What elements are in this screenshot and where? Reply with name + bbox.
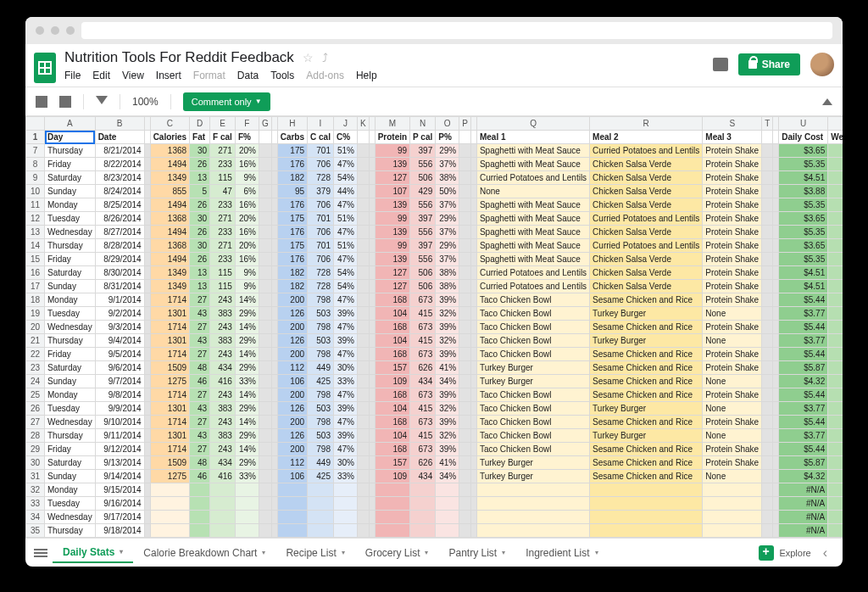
header-f-cal[interactable]: F cal xyxy=(210,131,236,144)
gap[interactable] xyxy=(357,131,369,144)
tab-calorie-breakdown-chart[interactable]: Calorie Breakdown Chart▾ xyxy=(133,541,275,565)
tab-recipe-list[interactable]: Recipe List▾ xyxy=(275,541,354,565)
col-header-J[interactable]: J xyxy=(333,117,357,131)
doc-header: Nutrition Tools For Reddit Feedback ☆ ⤴ … xyxy=(25,44,843,87)
gap[interactable] xyxy=(271,131,277,144)
menu-view[interactable]: View xyxy=(122,70,144,81)
traffic-close-icon[interactable] xyxy=(36,26,44,35)
sheet-nav-left-icon[interactable]: ‹ xyxy=(816,545,834,561)
col-header-S[interactable]: S xyxy=(703,117,762,131)
sheets-logo-icon[interactable] xyxy=(34,53,56,83)
menu-file[interactable]: File xyxy=(64,70,81,81)
col-header-F[interactable]: F xyxy=(235,117,259,131)
url-bar[interactable] xyxy=(81,22,832,39)
browser-chrome xyxy=(25,17,843,44)
comment-only-label: Comment only xyxy=(192,97,252,107)
avatar[interactable] xyxy=(810,53,834,76)
header-carbs[interactable]: Carbs xyxy=(277,131,307,144)
explore-button[interactable]: Explore xyxy=(759,545,810,561)
gap[interactable] xyxy=(369,131,375,144)
col-header-C[interactable]: C xyxy=(150,117,189,131)
col-header-K[interactable]: K xyxy=(357,117,369,131)
col-header-O[interactable]: O xyxy=(436,117,459,131)
col-header-I[interactable]: I xyxy=(308,117,334,131)
col-header-M[interactable]: M xyxy=(375,117,409,131)
menu-insert[interactable]: Insert xyxy=(156,70,181,81)
table-row: 15Friday8/29/201414942623316%17670647%13… xyxy=(26,253,843,266)
header-c%[interactable]: C% xyxy=(333,131,357,144)
col-header-N[interactable]: N xyxy=(410,117,436,131)
gap[interactable] xyxy=(470,131,476,144)
col-header-B[interactable]: B xyxy=(95,117,144,131)
header-daily-cost[interactable]: Daily Cost xyxy=(779,131,828,144)
move-icon[interactable]: ⤴ xyxy=(322,51,328,64)
traffic-min-icon[interactable] xyxy=(51,26,59,35)
traffic-max-icon[interactable] xyxy=(66,26,75,35)
header-p%[interactable]: P% xyxy=(436,131,459,144)
share-button[interactable]: Share xyxy=(738,53,800,75)
header-meal-3[interactable]: Meal 3 xyxy=(703,131,762,144)
header-weekly-cost[interactable]: Weekly Cost xyxy=(828,131,843,144)
col-header-T[interactable]: T xyxy=(762,117,773,131)
col-header-A[interactable]: A xyxy=(45,117,96,131)
star-icon[interactable]: ☆ xyxy=(303,51,314,64)
table-row: 9Saturday8/23/20141349131159%18272854%12… xyxy=(26,171,843,185)
tab-daily-stats[interactable]: Daily Stats▾ xyxy=(53,541,133,565)
col-header-Q[interactable]: Q xyxy=(476,117,589,131)
col-header-D[interactable]: D xyxy=(190,117,210,131)
chevron-down-icon: ▾ xyxy=(502,549,505,556)
table-row: 21Thursday9/4/201413014338329%12650339%1… xyxy=(26,334,843,348)
header-day[interactable]: Day xyxy=(45,131,96,144)
gap[interactable] xyxy=(773,131,779,144)
filter-icon[interactable] xyxy=(96,96,108,108)
tab-ingredient-list[interactable]: Ingredient List▾ xyxy=(515,541,608,565)
header-p-cal[interactable]: P cal xyxy=(410,131,436,144)
tab-grocery-list[interactable]: Grocery List▾ xyxy=(355,541,439,565)
gap[interactable] xyxy=(144,131,150,144)
header-meal-2[interactable]: Meal 2 xyxy=(590,131,703,144)
col-header-H[interactable]: H xyxy=(277,117,307,131)
header-c-cal[interactable]: C cal xyxy=(308,131,334,144)
gap[interactable] xyxy=(762,131,773,144)
spreadsheet-grid[interactable]: ABCDEFGHIJKMNOPQRSTUVWX 1DayDateCalories… xyxy=(25,116,843,538)
col-header-V[interactable]: V xyxy=(828,117,843,131)
table-row: 29Friday9/12/201417142724314%20079847%16… xyxy=(26,443,843,456)
gap[interactable] xyxy=(259,131,271,144)
comment-only-button[interactable]: Comment only ▼ xyxy=(183,92,270,111)
explore-icon xyxy=(759,545,774,561)
all-sheets-icon[interactable] xyxy=(34,549,47,557)
menu-data[interactable]: Data xyxy=(237,70,259,81)
header-f%[interactable]: F% xyxy=(235,131,259,144)
gap[interactable] xyxy=(459,131,471,144)
menu-edit[interactable]: Edit xyxy=(92,70,110,81)
table-row: 36Friday9/19/2014#N/A xyxy=(26,538,843,539)
col-header-gap xyxy=(470,117,476,131)
table-row: 20Wednesday9/3/201417142724314%20079847%… xyxy=(26,321,843,334)
print-icon[interactable] xyxy=(36,96,47,108)
chevron-down-icon: ▾ xyxy=(425,549,428,556)
header-date[interactable]: Date xyxy=(95,131,144,144)
gap[interactable]: 1 xyxy=(26,131,45,144)
comments-icon[interactable] xyxy=(713,58,728,71)
col-header-R[interactable]: R xyxy=(590,117,703,131)
col-header-E[interactable]: E xyxy=(210,117,236,131)
header-calories[interactable]: Calories xyxy=(150,131,189,144)
menu-add-ons[interactable]: Add-ons xyxy=(306,70,344,81)
menu-format[interactable]: Format xyxy=(193,70,225,81)
menu-tools[interactable]: Tools xyxy=(270,70,294,81)
tab-pantry-list[interactable]: Pantry List▾ xyxy=(438,541,515,565)
explore-label: Explore xyxy=(779,548,810,558)
paint-icon[interactable] xyxy=(59,96,71,108)
collapse-toolbar-icon[interactable] xyxy=(822,98,832,105)
header-protein[interactable]: Protein xyxy=(375,131,409,144)
header-meal-1[interactable]: Meal 1 xyxy=(476,131,589,144)
doc-title[interactable]: Nutrition Tools For Reddit Feedback xyxy=(64,49,294,66)
col-header-G[interactable]: G xyxy=(259,117,271,131)
col-header-P[interactable]: P xyxy=(459,117,471,131)
col-header-U[interactable]: U xyxy=(779,117,828,131)
menu-help[interactable]: Help xyxy=(356,70,377,81)
zoom-level[interactable]: 100% xyxy=(132,96,159,108)
chevron-down-icon: ▾ xyxy=(342,549,345,556)
table-row: 33Tuesday9/16/2014#N/A xyxy=(26,497,843,511)
header-fat[interactable]: Fat xyxy=(190,131,210,144)
